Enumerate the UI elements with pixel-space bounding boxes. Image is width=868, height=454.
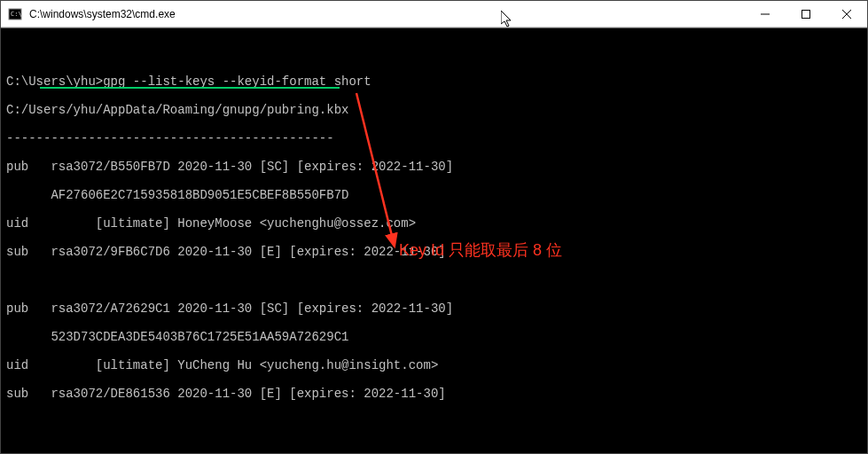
annotation-underline [40, 87, 340, 89]
window-title: C:\windows\system32\cmd.exe [29, 8, 745, 20]
terminal-line: 523D73CDEA3DE5403B76C1725E51AA59A72629C1 [6, 330, 862, 344]
terminal-line: sub rsa3072/DE861536 2020-11-30 [E] [exp… [6, 387, 862, 401]
terminal-line: C:/Users/yhu/AppData/Roaming/gnupg/pubri… [6, 103, 862, 117]
terminal-line [6, 415, 862, 429]
terminal-line: AF27606E2C715935818BD9051E5CBEF8B550FB7D [6, 188, 862, 202]
svg-rect-3 [802, 10, 810, 18]
terminal-line [6, 46, 862, 60]
terminal-line: ----------------------------------------… [6, 131, 862, 145]
window-controls [745, 1, 867, 27]
titlebar[interactable]: C:\ C:\windows\system32\cmd.exe [1, 1, 867, 27]
terminal-line: uid [ultimate] YuCheng Hu <yucheng.hu@in… [6, 358, 862, 372]
cmd-window: C:\ C:\windows\system32\cmd.exe C:\Users… [0, 0, 868, 454]
svg-text:C:\: C:\ [11, 11, 22, 18]
maximize-button[interactable] [786, 1, 826, 27]
terminal-line: pub rsa3072/A72629C1 2020-11-30 [SC] [ex… [6, 301, 862, 316]
terminal-line: sub rsa3072/9FB6C7D6 2020-11-30 [E] [exp… [6, 245, 862, 259]
terminal-line [6, 273, 862, 287]
terminal-line [6, 443, 862, 453]
terminal-line: pub rsa3072/B550FB7D 2020-11-30 [SC] [ex… [6, 160, 862, 174]
terminal-line: uid [ultimate] HoneyMoose <yuchenghu@oss… [6, 216, 862, 231]
close-button[interactable] [826, 1, 867, 27]
terminal-area[interactable]: C:\Users\yhu>gpg --list-keys --keyid-for… [1, 27, 867, 453]
minimize-button[interactable] [745, 1, 786, 27]
cmd-icon: C:\ [6, 5, 24, 23]
